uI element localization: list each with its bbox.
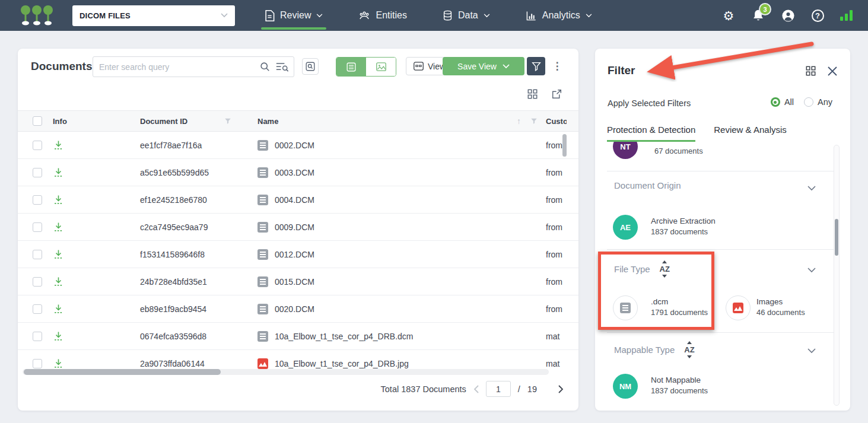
chevron-left-icon xyxy=(473,385,479,393)
table-row[interactable]: c2ca7495ec9aa79 0009.DCM from xyxy=(18,214,578,241)
filter-item-images[interactable]: Images 46 documents xyxy=(756,297,805,317)
row-checkbox[interactable] xyxy=(33,141,42,150)
download-icon[interactable] xyxy=(53,303,64,314)
column-filter-icon[interactable] xyxy=(224,117,231,125)
horizontal-scrollbar-thumb[interactable] xyxy=(24,369,221,375)
row-checkbox[interactable] xyxy=(33,359,42,368)
tab-protection-detection[interactable]: Protection & Detection xyxy=(607,125,695,142)
page-separator: / xyxy=(518,384,520,394)
col-info[interactable]: Info xyxy=(53,117,140,126)
image-view-button[interactable] xyxy=(366,58,396,76)
workspace-select-value: DICOM FILES xyxy=(80,11,221,20)
table-row[interactable]: eb89e1f9acb9454 0020.DCM from xyxy=(18,295,578,323)
filter-scrollbar-thumb[interactable] xyxy=(835,219,838,256)
col-document-id[interactable]: Document ID xyxy=(140,117,257,126)
table-tools xyxy=(527,89,562,99)
sort-ascending-icon[interactable]: ↑ xyxy=(517,116,521,126)
name-cell: 0009.DCM xyxy=(275,222,314,232)
tab-review-analysis[interactable]: Review & Analysis xyxy=(714,125,787,142)
filter-item-label: Images xyxy=(756,297,805,306)
next-page-button[interactable] xyxy=(558,385,564,393)
download-icon[interactable] xyxy=(53,194,64,205)
filter-item-not-mappable[interactable]: Not Mappable 1837 documents xyxy=(651,376,708,395)
table-row[interactable]: 24b728e4bfd35e1 0015.DCM from xyxy=(18,268,578,295)
sort-az-icon[interactable]: AZ xyxy=(683,343,695,357)
name-cell: 0003.DCM xyxy=(275,168,314,177)
logo-icon xyxy=(20,5,53,26)
close-filter-button[interactable] xyxy=(828,66,837,76)
name-cell: 0020.DCM xyxy=(275,304,314,314)
nav-analytics[interactable]: Analytics xyxy=(524,0,593,31)
section-mappable-type[interactable]: Mappable Type AZ xyxy=(614,343,696,357)
name-cell: 0004.DCM xyxy=(275,195,314,205)
document-id-cell: 2a9073ffda06144 xyxy=(140,359,257,368)
chevron-down-icon[interactable] xyxy=(807,183,816,193)
sort-az-icon[interactable]: AZ xyxy=(659,262,671,276)
save-view-button[interactable]: Save View xyxy=(443,57,524,75)
nav-entities[interactable]: Entities xyxy=(357,0,408,31)
profile-button[interactable] xyxy=(781,8,795,23)
nav-data[interactable]: Data xyxy=(441,0,491,31)
advanced-search-icon[interactable] xyxy=(276,62,289,72)
chevron-down-icon[interactable] xyxy=(807,345,816,356)
radio-any[interactable]: Any xyxy=(804,97,832,107)
col-name[interactable]: Name ↑ xyxy=(257,116,546,126)
select-all-checkbox[interactable] xyxy=(33,116,42,126)
row-checkbox[interactable] xyxy=(33,277,42,287)
horizontal-scrollbar[interactable] xyxy=(23,369,549,375)
filter-button[interactable] xyxy=(527,57,545,75)
column-filter-icon[interactable] xyxy=(530,117,538,125)
search-in-document-button[interactable] xyxy=(302,58,319,75)
divider xyxy=(607,249,834,250)
notifications-button[interactable]: 3 xyxy=(751,8,765,23)
section-file-type[interactable]: File Type AZ xyxy=(614,262,671,276)
col-custom[interactable]: Custo xyxy=(546,117,567,126)
section-document-origin[interactable]: Document Origin xyxy=(614,180,681,190)
filter-item-count: 46 documents xyxy=(756,308,805,317)
divider xyxy=(607,332,834,333)
page-number-input[interactable] xyxy=(486,381,511,397)
search-icon[interactable] xyxy=(260,62,270,72)
filter-item-count: 67 documents xyxy=(654,147,703,155)
download-icon[interactable] xyxy=(53,276,64,287)
row-checkbox[interactable] xyxy=(33,332,42,341)
list-view-button[interactable] xyxy=(336,58,366,76)
image-file-icon xyxy=(257,358,268,369)
row-checkbox[interactable] xyxy=(33,304,42,314)
table-row[interactable]: ef1e245218e6780 0004.DCM from xyxy=(18,186,578,214)
row-checkbox[interactable] xyxy=(33,222,42,232)
download-icon[interactable] xyxy=(53,358,64,369)
column-settings-button[interactable] xyxy=(527,89,538,99)
table-row[interactable]: f153141589646f8 0012.DCM from xyxy=(18,241,578,268)
chevron-down-icon xyxy=(586,14,592,18)
document-id-cell: c2ca7495ec9aa79 xyxy=(140,222,257,232)
help-button[interactable]: ? xyxy=(810,8,825,23)
filter-layout-button[interactable] xyxy=(806,66,816,76)
workspace-select[interactable]: DICOM FILES xyxy=(72,5,235,26)
filter-item-archive-extraction[interactable]: Archive Extraction 1837 documents xyxy=(651,217,716,236)
filter-scrollbar[interactable] xyxy=(834,145,840,406)
download-icon[interactable] xyxy=(53,330,64,342)
more-options-button[interactable]: ⋮ xyxy=(551,57,564,75)
filter-item-dcm[interactable]: .dcm 1791 documents xyxy=(651,297,708,317)
row-checkbox[interactable] xyxy=(33,250,42,259)
radio-all[interactable]: All xyxy=(771,97,794,107)
download-icon[interactable] xyxy=(53,249,64,260)
vertical-scrollbar-thumb[interactable] xyxy=(562,134,567,157)
total-documents-label: Total 1837 Documents xyxy=(381,384,466,394)
doc-file-icon xyxy=(257,331,268,342)
download-icon[interactable] xyxy=(53,139,64,151)
download-icon[interactable] xyxy=(53,221,64,233)
settings-button[interactable]: ⚙ xyxy=(721,8,736,23)
download-icon[interactable] xyxy=(53,167,64,178)
table-row[interactable]: a5c91e65b599d65 0003.DCM from xyxy=(18,159,578,186)
search-input[interactable] xyxy=(93,62,260,72)
table-row[interactable]: ee1fcf78ae7f16a 0002.DCM from xyxy=(18,132,578,159)
row-checkbox[interactable] xyxy=(33,168,42,177)
row-checkbox[interactable] xyxy=(33,195,42,205)
chevron-down-icon[interactable] xyxy=(807,265,816,275)
nav-review[interactable]: Review xyxy=(263,0,324,31)
table-row[interactable]: 0674efca93596d8 10a_Elbow_t1_tse_cor_p4_… xyxy=(18,323,578,350)
export-button[interactable] xyxy=(552,89,562,99)
prev-page-button[interactable] xyxy=(473,385,479,393)
